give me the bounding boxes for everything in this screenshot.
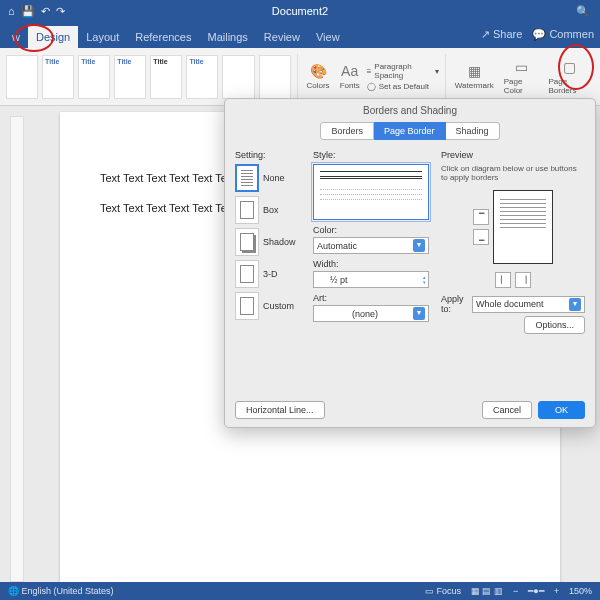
focus-mode[interactable]: ▭ Focus [425,586,461,596]
preview-hint: Click on diagram below or use buttons to… [441,164,585,182]
cancel-button[interactable]: Cancel [482,401,532,419]
ok-button[interactable]: OK [538,401,585,419]
tab-shading[interactable]: Shading [446,122,500,140]
preview-page[interactable] [493,190,553,264]
dialog-tabs: Borders Page Border Shading [225,120,595,146]
tab-references[interactable]: References [127,26,199,48]
theme-tile[interactable] [259,55,291,99]
view-buttons[interactable]: ▦ ▤ ▥ [471,586,503,596]
zoom-in[interactable]: + [554,586,559,596]
style-label: Style: [313,150,433,160]
dialog-title: Borders and Shading [225,99,595,120]
width-label: Width: [313,259,433,269]
qat: ⌂ 💾 ↶ ↷ [0,5,65,18]
zoom-level[interactable]: 150% [569,586,592,596]
zoom-out[interactable]: − [513,586,518,596]
page-borders-button[interactable]: ▢Page Borders [545,59,594,95]
palette-icon: 🎨 [310,63,327,79]
theme-tile[interactable]: Title [42,55,74,99]
theme-tile[interactable]: Title [186,55,218,99]
tab-mailings[interactable]: Mailings [200,26,256,48]
apply-to-dropdown[interactable]: Whole document▾ [472,296,585,313]
fonts-button[interactable]: AaFonts [337,63,363,90]
redo-icon[interactable]: ↷ [56,5,65,18]
page-borders-icon: ▢ [563,59,576,75]
colors-button[interactable]: 🎨Colors [304,63,333,90]
tab-prev[interactable]: w [4,26,28,48]
options-button[interactable]: Options... [524,316,585,334]
borders-shading-dialog: Borders and Shading Borders Page Border … [224,98,596,428]
chevron-down-icon: ▾ [569,298,581,311]
font-icon: Aa [341,63,358,79]
tab-layout[interactable]: Layout [78,26,127,48]
status-bar: 🌐 English (United States) ▭ Focus ▦ ▤ ▥ … [0,582,600,600]
width-spinner[interactable]: ½ pt▴▾ [313,271,429,288]
edge-bottom-button[interactable]: ▁ [473,229,489,245]
tab-design[interactable]: Design [28,26,78,48]
theme-tile[interactable] [222,55,254,99]
theme-tile[interactable]: Title [114,55,146,99]
zoom-slider[interactable]: ━●━ [528,586,543,596]
chevron-down-icon: ▾ [413,307,425,320]
chevron-down-icon: ▾ [413,239,425,252]
set-default-button[interactable]: ◯ Set as Default [367,82,439,91]
search-icon[interactable]: 🔍 [576,5,590,18]
page-color-icon: ▭ [515,59,528,75]
tab-review[interactable]: Review [256,26,308,48]
setting-3d[interactable]: 3-D [235,260,305,288]
watermark-icon: ▦ [468,63,481,79]
preview-label: Preview [441,150,585,160]
color-dropdown[interactable]: Automatic▾ [313,237,429,254]
undo-icon[interactable]: ↶ [41,5,50,18]
tab-page-border[interactable]: Page Border [374,122,446,140]
theme-tile[interactable]: Title [78,55,110,99]
vertical-ruler [10,116,24,582]
setting-shadow[interactable]: Shadow [235,228,305,256]
style-list[interactable] [313,164,429,220]
edge-left-button[interactable]: ▏ [495,272,511,288]
setting-none[interactable]: None [235,164,305,192]
titlebar: ⌂ 💾 ↶ ↷ Document2 🔍 [0,0,600,22]
theme-tile[interactable] [6,55,38,99]
setting-label: Setting: [235,150,305,160]
spacing-group: ≡ Paragraph Spacing ▾ ◯ Set as Default [367,62,439,91]
setting-box[interactable]: Box [235,196,305,224]
comments-button[interactable]: 💬 Commen [532,28,594,41]
ribbon-tabs: w Design Layout References Mailings Revi… [0,22,600,48]
horizontal-line-button[interactable]: Horizontal Line... [235,401,325,419]
theme-tile[interactable]: Title [150,55,182,99]
page-color-button[interactable]: ▭Page Color [501,59,542,95]
edge-right-button[interactable]: ▕ [515,272,531,288]
edge-top-button[interactable]: ▔ [473,209,489,225]
tab-borders[interactable]: Borders [320,122,374,140]
tab-view[interactable]: View [308,26,348,48]
watermark-button[interactable]: ▦Watermark [452,63,497,90]
apply-to-label: Apply to: [441,294,468,314]
home-icon[interactable]: ⌂ [8,5,15,17]
language-status[interactable]: 🌐 English (United States) [8,586,114,596]
art-dropdown[interactable]: (none)▾ [313,305,429,322]
share-button[interactable]: ↗ Share [481,28,522,41]
save-icon[interactable]: 💾 [21,5,35,18]
color-label: Color: [313,225,433,235]
stepper-icon: ▴▾ [423,275,426,285]
setting-custom[interactable]: Custom [235,292,305,320]
paragraph-spacing-button[interactable]: ≡ Paragraph Spacing ▾ [367,62,439,80]
art-label: Art: [313,293,433,303]
document-title: Document2 [272,5,328,17]
